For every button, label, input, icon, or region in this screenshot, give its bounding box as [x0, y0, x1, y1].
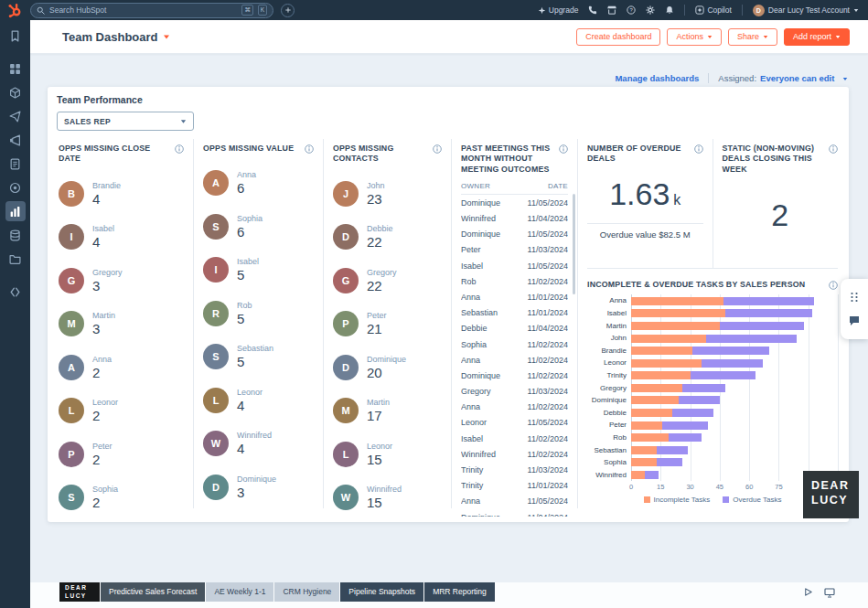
tab-predictive-sales-forecast[interactable]: Predictive Sales Forecast: [101, 582, 205, 602]
global-search[interactable]: ⌘ K: [30, 3, 273, 18]
person-value: 17: [367, 408, 390, 423]
bar-label: Brandie: [587, 345, 631, 357]
info-icon[interactable]: [433, 144, 442, 154]
bar-segment-incomplete: [631, 384, 682, 392]
search-input[interactable]: [49, 5, 237, 15]
dashboard-tabs-bar: DEAR LUCY Predictive Sales ForecastAE We…: [30, 582, 868, 608]
sidebar-item-megaphone[interactable]: [5, 130, 26, 150]
sidebar-item-document[interactable]: [5, 154, 26, 174]
person-value: 4: [237, 398, 263, 413]
divider: [742, 5, 743, 16]
person-info: Isabel4: [92, 224, 114, 250]
widget-overdue-deals: NUMBER OF OVERDUE DEALS 1.63k Overdue va…: [587, 139, 713, 268]
bar-segment-incomplete: [631, 458, 657, 466]
sidebar-item-send[interactable]: [5, 106, 26, 126]
avatar: J: [333, 181, 359, 207]
person-name: Gregory: [367, 268, 397, 277]
copilot-button[interactable]: Copilot: [695, 5, 731, 15]
tab-crm-hygiene[interactable]: CRM Hygiene: [274, 582, 339, 602]
info-icon[interactable]: [694, 144, 703, 154]
manage-dashboards-link[interactable]: Manage dashboards: [615, 73, 699, 83]
play-icon[interactable]: [803, 587, 813, 597]
sidebar-item-target[interactable]: [5, 177, 26, 197]
assigned-value-link[interactable]: Everyone can edit: [760, 73, 848, 83]
meeting-row: Dominique11/02/2024: [461, 368, 568, 383]
column-owner: OWNER: [461, 182, 490, 190]
info-icon[interactable]: [559, 144, 568, 154]
person-value: 21: [367, 321, 387, 336]
hubspot-logo-icon[interactable]: [7, 3, 23, 18]
person-name: Peter: [367, 311, 387, 320]
sidebar-item-folder[interactable]: [5, 249, 26, 269]
meeting-owner: Dominique: [461, 371, 500, 380]
sales-rep-filter-select[interactable]: SALES REP: [57, 112, 194, 131]
meeting-owner: Sebastian: [461, 308, 498, 317]
people-list: AAnna6SSophia6IIsabel5RRob5SSebastian5LL…: [203, 161, 314, 508]
chevron-down-icon: [707, 34, 713, 39]
account-menu[interactable]: D Dear Lucy Test Account: [753, 5, 859, 16]
settings-button[interactable]: [646, 5, 655, 15]
sidebar-item-expand[interactable]: [5, 282, 26, 302]
x-tick-label: 75: [775, 483, 782, 491]
meeting-row: Dominique11/05/2024: [461, 227, 568, 242]
tab-pipeline-snapshots[interactable]: Pipeline Snapshots: [340, 582, 423, 602]
shortcuts-icon[interactable]: [849, 292, 860, 303]
person-row: SSophia2: [59, 475, 184, 519]
comment-icon[interactable]: [849, 315, 860, 326]
meeting-owner: Rob: [461, 277, 477, 286]
info-icon[interactable]: [175, 144, 184, 154]
meeting-date: 11/02/2024: [528, 450, 568, 459]
avatar: S: [203, 344, 229, 369]
quick-create-button[interactable]: [281, 4, 295, 17]
sidebar-item-bookmark[interactable]: [5, 26, 26, 46]
marketplace-button[interactable]: [607, 5, 616, 15]
main-content: Manage dashboards Assigned:Everyone can …: [30, 54, 868, 608]
dashboard-title-dropdown[interactable]: Team Dashboard: [62, 30, 170, 44]
document-icon: [9, 158, 21, 170]
meeting-row: Anna11/05/2024: [461, 494, 568, 509]
upgrade-link[interactable]: Upgrade: [538, 5, 579, 15]
calling-button[interactable]: [588, 5, 597, 15]
meeting-row: Debbie11/04/2024: [461, 321, 568, 336]
help-button[interactable]: ?: [627, 5, 636, 15]
x-tick-label: 15: [657, 483, 664, 491]
info-icon[interactable]: [829, 144, 838, 154]
scrollbar[interactable]: [573, 194, 575, 294]
person-row: LLeonor15: [333, 432, 442, 476]
team-performance-card: Team Performance SALES REP OPPS MISSING …: [48, 87, 849, 522]
add-report-button[interactable]: Add report: [784, 28, 850, 46]
person-info: Leonor4: [237, 388, 263, 413]
actions-button[interactable]: Actions: [667, 28, 722, 46]
tab-ae-weekly-1-1[interactable]: AE Weekly 1-1: [206, 582, 273, 602]
share-button[interactable]: Share: [728, 28, 777, 46]
avatar: G: [333, 268, 359, 293]
info-icon[interactable]: [305, 144, 314, 154]
sidebar-item-chart[interactable]: [5, 201, 26, 221]
dear-lucy-logo-tab[interactable]: DEAR LUCY: [59, 582, 100, 602]
tab-mrr-reporting[interactable]: MRR Reporting: [424, 582, 495, 602]
phone-icon: [588, 5, 597, 15]
sidebar-item-cube[interactable]: [5, 82, 26, 102]
meeting-row: Winnifred11/04/2024: [461, 210, 568, 226]
person-info: Sebastian5: [237, 344, 273, 369]
person-name: Anna: [237, 170, 256, 179]
person-value: 5: [237, 354, 273, 369]
sidebar-item-grid[interactable]: [5, 59, 26, 79]
meeting-row: Rob11/02/2024: [461, 273, 568, 289]
create-dashboard-label: Create dashboard: [585, 32, 651, 41]
bar-segment-incomplete: [631, 409, 672, 417]
info-icon[interactable]: [829, 281, 838, 290]
meetings-table-body: Dominique11/05/2024Winnifred11/04/2024Do…: [461, 195, 568, 517]
present-icon[interactable]: [824, 587, 835, 598]
divider: [684, 5, 685, 16]
meeting-date: 11/05/2024: [528, 261, 568, 271]
person-value: 15: [367, 452, 392, 467]
notifications-button[interactable]: [665, 5, 674, 15]
person-value: 4: [237, 441, 272, 456]
megaphone-icon: [9, 134, 21, 146]
avatar: G: [59, 268, 84, 293]
create-dashboard-button[interactable]: Create dashboard: [576, 28, 660, 46]
sidebar-item-database[interactable]: [5, 225, 26, 245]
sparkle-icon: [538, 6, 546, 15]
meeting-date: 11/02/2024: [528, 277, 568, 286]
